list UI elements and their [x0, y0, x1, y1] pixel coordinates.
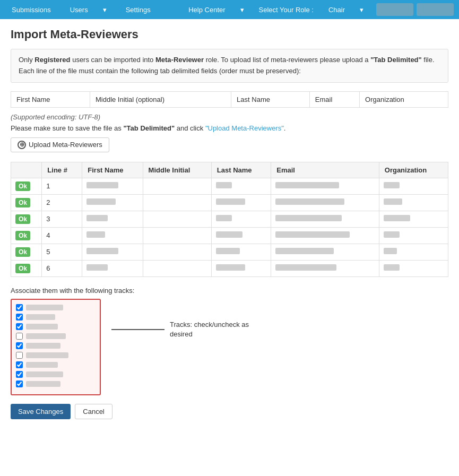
instruction: Please make sure to save the file as "Ta… — [11, 124, 448, 132]
track-checkbox[interactable] — [16, 361, 23, 368]
cell-lastname — [211, 227, 271, 244]
upload-button[interactable]: ⊕ Upload Meta-Reviewers — [11, 137, 109, 152]
track-item — [16, 352, 96, 359]
nav-btn-1[interactable] — [376, 3, 413, 16]
cell-firstname — [82, 194, 143, 211]
track-checkbox[interactable] — [16, 333, 23, 340]
nav-submissions[interactable]: Submissions — [5, 2, 57, 18]
cell-lastname — [211, 211, 271, 227]
track-checkbox[interactable] — [16, 314, 23, 321]
field-organization: Organization — [360, 91, 448, 107]
table-row: Ok3 — [11, 211, 448, 227]
cell-line: 1 — [42, 178, 82, 194]
cell-lastname — [211, 244, 271, 260]
tracks-list — [11, 299, 101, 395]
ok-badge: Ok — [15, 214, 30, 224]
users-label: Users — [64, 2, 94, 18]
cell-line: 2 — [42, 194, 82, 211]
nav-help-center[interactable]: Help Center ▾ — [176, 0, 256, 22]
ok-badge: Ok — [15, 231, 30, 240]
track-item — [16, 314, 96, 321]
cell-line: 4 — [42, 227, 82, 244]
track-item — [16, 323, 96, 330]
role-selector[interactable]: Chair ▾ — [316, 0, 376, 22]
help-center-label: Help Center — [182, 2, 231, 18]
track-checkbox[interactable] — [16, 342, 23, 349]
ok-badge: Ok — [15, 198, 30, 207]
instruction-link[interactable]: "Upload Meta-Reviewers" — [205, 124, 284, 132]
cancel-button[interactable]: Cancel — [75, 404, 112, 419]
track-item — [16, 333, 96, 340]
track-checkbox[interactable] — [16, 380, 23, 387]
table-row: Ok4 — [11, 227, 448, 244]
cell-lastname — [211, 178, 271, 194]
nav-btn-2[interactable] — [417, 3, 454, 16]
table-row: Ok5 — [11, 244, 448, 260]
upload-icon: ⊕ — [18, 141, 26, 149]
cell-line: 6 — [42, 260, 82, 276]
nav-settings[interactable]: Settings — [119, 2, 157, 18]
instruction-end: and click — [175, 124, 205, 132]
track-checkbox[interactable] — [16, 352, 23, 359]
cell-org — [379, 260, 448, 276]
track-item — [16, 304, 96, 311]
track-item — [16, 342, 96, 349]
instruction-period: . — [284, 124, 286, 132]
cell-firstname — [82, 178, 143, 194]
field-firstname: First Name — [11, 91, 90, 107]
cell-firstname — [82, 211, 143, 227]
nav-users[interactable]: Users ▾ — [57, 0, 119, 22]
cell-line: 5 — [42, 244, 82, 260]
tracks-annotation: Tracks: check/uncheck as desired — [111, 320, 255, 339]
col-header-organization: Organization — [379, 162, 448, 178]
cell-status: Ok — [11, 227, 42, 244]
navbar: Submissions Users ▾ Settings Help Center… — [0, 0, 459, 19]
role-value: Chair — [322, 2, 351, 18]
track-label — [26, 324, 58, 330]
nav-right-buttons — [376, 3, 454, 16]
encoding-note: (Supported encoding: UTF-8) — [11, 113, 448, 121]
track-label — [26, 371, 63, 377]
cell-status: Ok — [11, 211, 42, 227]
col-header-middleinitial: Middle Initial — [143, 162, 211, 178]
cell-status: Ok — [11, 178, 42, 194]
cell-firstname — [82, 244, 143, 260]
info-bold-registered: Registered — [34, 56, 70, 64]
upload-button-label: Upload Meta-Reviewers — [29, 141, 102, 149]
track-label — [26, 381, 60, 387]
tracks-label: Associate them with the following tracks… — [11, 287, 448, 295]
cell-email — [271, 260, 379, 276]
cell-middleinitial — [143, 227, 211, 244]
info-text-3: role. To upload list of meta-reviewers p… — [204, 56, 370, 64]
main-content: Import Meta-Reviewers Only Registered us… — [0, 19, 459, 428]
bottom-actions: Save Changes Cancel — [11, 404, 448, 419]
annotation-line — [111, 329, 164, 330]
cell-email — [271, 178, 379, 194]
cell-org — [379, 244, 448, 260]
field-lastname: Last Name — [231, 91, 310, 107]
info-text-1: Only — [19, 56, 34, 64]
field-email: Email — [309, 91, 359, 107]
track-label — [26, 362, 58, 368]
col-header-firstname: First Name — [82, 162, 143, 178]
track-checkbox[interactable] — [16, 323, 23, 330]
info-box: Only Registered users can be imported in… — [11, 49, 448, 83]
cell-status: Ok — [11, 244, 42, 260]
fields-table: First Name Middle Initial (optional) Las… — [11, 91, 448, 108]
cell-lastname — [211, 260, 271, 276]
cell-middleinitial — [143, 244, 211, 260]
track-checkbox[interactable] — [16, 371, 23, 378]
col-header-status — [11, 162, 42, 178]
ok-badge: Ok — [15, 247, 30, 257]
track-checkbox[interactable] — [16, 304, 23, 311]
cell-email — [271, 194, 379, 211]
cell-lastname — [211, 194, 271, 211]
cell-status: Ok — [11, 194, 42, 211]
track-item — [16, 380, 96, 387]
cell-org — [379, 194, 448, 211]
cell-middleinitial — [143, 178, 211, 194]
save-button[interactable]: Save Changes — [11, 404, 71, 419]
tracks-container: Tracks: check/uncheck as desired — [11, 299, 448, 395]
track-label — [26, 305, 63, 310]
data-table: Line # First Name Middle Initial Last Na… — [11, 162, 448, 277]
